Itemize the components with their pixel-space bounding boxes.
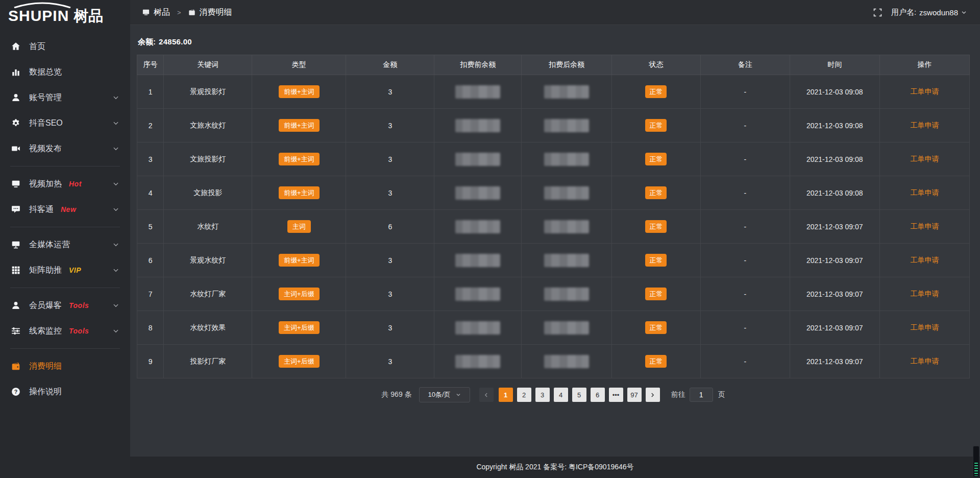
cell-action: 工单申请 <box>879 345 969 378</box>
logo-text-cn: 树品 <box>74 9 103 23</box>
top-header-bar: 树品 > 消费明细 用户名: zswodun88 <box>130 0 980 25</box>
chevron-down-icon <box>113 328 119 334</box>
sidebar-item-label: 矩阵助推 <box>29 266 62 274</box>
wallet-icon <box>188 9 195 16</box>
copyright-text: Copyright 树品 2021 备案号: 粤ICP备09019646号 <box>476 463 633 472</box>
sidebar-item-bar-chart[interactable]: 数据总览 <box>0 59 130 85</box>
chevron-down-icon <box>456 392 461 397</box>
sidebar-item-home[interactable]: 首页 <box>0 34 130 59</box>
type-badge: 主词+后缀 <box>279 288 320 300</box>
chevron-down-icon <box>113 302 119 308</box>
breadcrumb-root[interactable]: 树品 <box>154 7 170 18</box>
total-count: 共 969 条 <box>381 390 411 399</box>
cell-action: 工单申请 <box>879 109 969 142</box>
cell-action: 工单申请 <box>879 277 969 311</box>
sidebar-item-chat[interactable]: 抖客通New <box>0 197 130 222</box>
cell-time: 2021-12-03 09:07 <box>790 277 879 311</box>
scrollbar-widget[interactable] <box>973 446 979 477</box>
work-order-link[interactable]: 工单申请 <box>910 155 939 163</box>
ellipsis-page-button[interactable]: ••• <box>609 388 623 402</box>
cell-remark: - <box>701 75 790 109</box>
breadcrumb-current[interactable]: 消费明细 <box>200 7 232 18</box>
next-page-button[interactable] <box>646 388 660 402</box>
type-badge: 主词+后缀 <box>279 321 320 334</box>
page-button-3[interactable]: 3 <box>535 388 550 402</box>
redacted-value <box>544 85 589 99</box>
prev-page-button[interactable] <box>479 388 494 402</box>
cell-status: 正常 <box>611 345 701 378</box>
page-button-2[interactable]: 2 <box>517 388 531 402</box>
sidebar-item-wallet[interactable]: 消费明细 <box>0 353 130 379</box>
cell-keyword: 景观水纹灯 <box>164 244 252 277</box>
work-order-link[interactable]: 工单申请 <box>910 323 939 331</box>
cell-keyword: 水纹灯效果 <box>164 311 252 345</box>
cell-status: 正常 <box>611 244 701 277</box>
sidebar-divider <box>10 348 120 349</box>
redacted-value <box>544 153 589 166</box>
sidebar-item-user[interactable]: 账号管理 <box>0 85 130 110</box>
user-menu[interactable]: 用户名: zswodun88 <box>891 8 967 17</box>
page-size-select[interactable]: 10条/页 <box>419 387 470 402</box>
work-order-link[interactable]: 工单申请 <box>910 222 939 230</box>
cell-balance-after <box>522 277 611 311</box>
home-icon <box>11 42 21 51</box>
sidebar-item-sliders[interactable]: 线索监控Tools <box>0 318 130 344</box>
status-badge: 正常 <box>645 321 667 334</box>
redacted-value <box>455 254 500 267</box>
sidebar-item-label: 账号管理 <box>29 93 62 102</box>
sidebar-item-grid[interactable]: 矩阵助推VIP <box>0 257 130 283</box>
cell-status: 正常 <box>611 176 701 210</box>
grid-icon <box>11 266 21 275</box>
chat-icon <box>11 205 21 214</box>
username-label: 用户名: <box>891 8 916 17</box>
wallet-icon <box>11 362 21 371</box>
type-badge: 前缀+主词 <box>279 119 320 132</box>
cell-keyword: 投影灯厂家 <box>164 345 252 378</box>
cell-balance-after <box>522 244 611 277</box>
sidebar-item-video[interactable]: 视频发布 <box>0 136 130 161</box>
work-order-link[interactable]: 工单申请 <box>910 121 939 129</box>
page-button-97[interactable]: 97 <box>627 388 642 402</box>
cell-remark: - <box>701 176 790 210</box>
redacted-value <box>544 119 589 132</box>
sidebar-item-label: 消费明细 <box>29 362 62 370</box>
type-badge: 前缀+主词 <box>279 85 320 98</box>
type-badge: 前缀+主词 <box>279 186 320 199</box>
type-badge: 前缀+主词 <box>279 153 320 165</box>
redacted-value <box>544 355 589 368</box>
cell-time: 2021-12-03 09:07 <box>790 345 879 378</box>
redacted-value <box>455 153 500 166</box>
page-button-1[interactable]: 1 <box>499 388 513 402</box>
cell-amount: 3 <box>346 345 434 378</box>
work-order-link[interactable]: 工单申请 <box>910 256 939 264</box>
cell-balance-after <box>522 75 611 109</box>
cell-action: 工单申请 <box>879 142 969 176</box>
sidebar-item-gear[interactable]: 抖音SEO <box>0 110 130 136</box>
goto-label: 前往 <box>671 390 685 399</box>
sidebar-divider <box>10 288 120 288</box>
work-order-link[interactable]: 工单申请 <box>910 357 939 365</box>
status-badge: 正常 <box>645 220 667 233</box>
page-button-6[interactable]: 6 <box>591 388 605 402</box>
cell-status: 正常 <box>611 142 701 176</box>
page-button-5[interactable]: 5 <box>572 388 586 402</box>
sidebar-item-monitor[interactable]: 全媒体运营 <box>0 232 130 257</box>
goto-page-input[interactable] <box>690 388 713 402</box>
work-order-link[interactable]: 工单申请 <box>910 188 939 197</box>
cell-amount: 3 <box>346 277 434 311</box>
table-row: 3文旅投影灯前缀+主词3正常-2021-12-03 09:08工单申请 <box>137 142 970 176</box>
cell-balance-after <box>522 210 611 244</box>
work-order-link[interactable]: 工单申请 <box>910 290 939 298</box>
sidebar-item-user[interactable]: 会员爆客Tools <box>0 293 130 318</box>
page-button-4[interactable]: 4 <box>554 388 568 402</box>
cell-amount: 3 <box>346 244 434 277</box>
chevron-down-icon <box>113 206 119 212</box>
fullscreen-icon[interactable] <box>873 8 882 17</box>
redacted-value <box>455 321 500 334</box>
sidebar-item-tv[interactable]: 视频加热Hot <box>0 171 130 197</box>
redacted-value <box>455 119 500 132</box>
type-badge: 前缀+主词 <box>279 254 320 267</box>
redacted-value <box>544 254 589 267</box>
sidebar-item-question[interactable]: ?操作说明 <box>0 379 130 404</box>
work-order-link[interactable]: 工单申请 <box>910 87 939 95</box>
